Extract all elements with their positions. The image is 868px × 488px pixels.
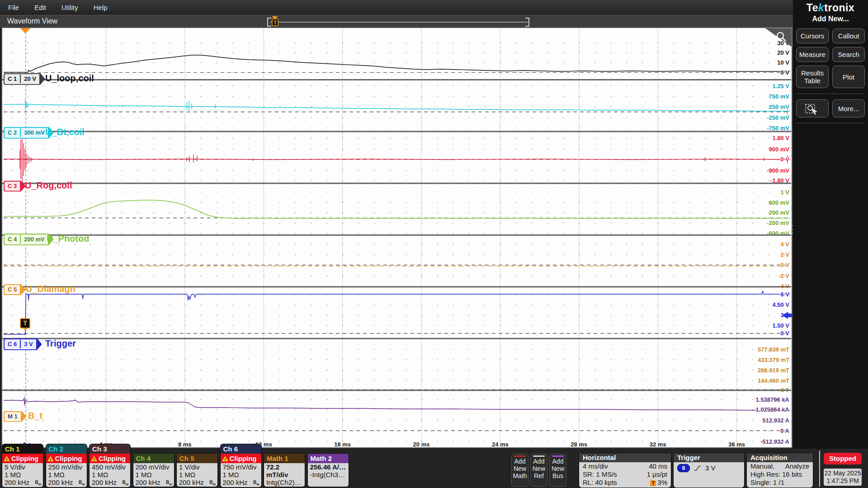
acquisition-analyze: Analyze (785, 462, 809, 470)
add-new-ref-button[interactable]: Add New Ref (530, 454, 547, 487)
scale-label: -750 mV (767, 125, 789, 131)
menu-item-file[interactable]: File (8, 4, 19, 11)
scale-label: 1.538796 kA (756, 396, 790, 403)
add-new-button-grid: CursorsCalloutMeasureSearchResults Table… (793, 28, 868, 88)
trigger-panel-title: Trigger (674, 453, 744, 462)
settings-badge-ch1[interactable]: Ch 1!Clipping5 V/div1 MΩ200 kHzBw (2, 444, 43, 487)
channel-name-u-diamagn[interactable]: U_Diamagn (26, 284, 75, 294)
scale-label: 200 mV (769, 209, 789, 216)
time-axis-label: 36 ms (728, 441, 745, 448)
scale-label: 1 V (780, 189, 789, 196)
bandwidth-limit-label: Bw (123, 479, 128, 487)
scale-label: 144.460 mT (758, 377, 789, 384)
divider (796, 94, 865, 94)
more-button[interactable]: More... (832, 99, 865, 117)
add-new-measure-button[interactable]: Measure (796, 47, 829, 62)
trigger-level: 3 V (705, 464, 716, 472)
add-new-search-button[interactable]: Search (832, 47, 865, 62)
rising-edge-icon (693, 465, 702, 471)
scale-label: 20 V (777, 49, 789, 56)
settings-badge-ch2[interactable]: Ch 2!Clipping250 mV/div1 MΩ200 kHzBw (46, 444, 87, 487)
clipping-label: Clipping (55, 455, 82, 462)
settings-badge-ch4[interactable]: Ch 4200 mV/div1 MΩ200 kHzBw (133, 454, 174, 487)
channel-badge-m1[interactable]: M 1 (4, 411, 27, 422)
channel-badge-c5[interactable]: C 5 (4, 284, 26, 295)
settings-badge-math1[interactable]: Math 172.2 mT/divIntg(Ch2)… (264, 454, 305, 487)
channel-scale-label: 3 V (20, 340, 36, 348)
menu-item-utility[interactable]: Utility (61, 4, 78, 11)
trigger-source-marker[interactable]: T (20, 318, 30, 328)
bandwidth-limit-label: Bw (35, 479, 41, 487)
divider (819, 450, 820, 487)
svg-text:T: T (274, 20, 277, 25)
channel-scale-label: 200 mV (20, 235, 48, 244)
badge-row: 256.46 A/… (308, 463, 349, 471)
zoom-select-button[interactable] (796, 99, 829, 117)
trigger-source-pill: 6 (677, 464, 690, 472)
channel-badge-c6[interactable]: C 63 V (4, 338, 42, 350)
warning-icon: ! (91, 456, 97, 461)
badge-header: Ch 6 (221, 444, 261, 454)
settings-badge-math2[interactable]: Math 2256.46 A/…-Intg(Ch3… (308, 454, 349, 487)
channel-badge-c3[interactable]: C 3 (4, 181, 26, 192)
channel-name-u-photod[interactable]: U_Photod (47, 234, 89, 244)
channel-name-u-rog-coil[interactable]: U_Rog,coil (25, 180, 72, 191)
zoom-select-icon (805, 103, 820, 115)
horizontal-window: 40 ms (649, 462, 667, 470)
channel-id-label: C 6 (5, 340, 20, 348)
add-new-callout-button[interactable]: Callout (832, 28, 865, 43)
badge-header: Math 1 (264, 454, 305, 463)
badge-row: 1 MΩ (2, 471, 43, 479)
time-axis-label: 8 ms (178, 441, 192, 448)
divider (796, 123, 865, 123)
menu-item-edit[interactable]: Edit (34, 4, 46, 11)
clipping-label: Clipping (99, 455, 126, 462)
bandwidth-limit-label: Bw (166, 479, 172, 487)
settings-badge-ch5[interactable]: Ch 51 V/div1 MΩ200 kHzBw (177, 454, 217, 487)
acquisition-panel[interactable]: Acquisition Manual,Analyze High Res: 16 … (747, 453, 813, 488)
settings-badge-ch6[interactable]: Ch 6!Clipping750 mV/div1 MΩ200 kHzBw (221, 444, 261, 487)
svg-text:!: ! (94, 457, 95, 461)
scale-label: 512.932 A (762, 417, 789, 424)
badge-row: 1 MΩ (46, 471, 87, 479)
horizontal-panel[interactable]: Horizontal 4 ms/div40 ms SR: 1 MS/s1 μs/… (579, 453, 671, 488)
svg-text:!: ! (224, 457, 226, 461)
channel-scale-label: 20 V (20, 75, 39, 83)
scale-label: -250 mV (767, 114, 789, 121)
channel-name-b-t[interactable]: B_t (28, 411, 42, 421)
date-text: 22 May 2025 (824, 469, 862, 477)
channel-name-u-bt-coil[interactable]: U_Bt,coil (45, 127, 85, 137)
badge-header: Ch 4 (133, 454, 174, 463)
badge-header: Ch 2 (46, 444, 87, 454)
badge-row: 1 MΩ (133, 471, 174, 479)
add-new-results-table-button[interactable]: Results Table (796, 66, 829, 88)
add-new-plot-button[interactable]: Plot (832, 66, 865, 88)
badge-row: 200 mV/div (133, 463, 174, 471)
channel-id-label: M 1 (5, 412, 21, 421)
badge-header: Math 2 (308, 454, 349, 463)
add-new-cursors-button[interactable]: Cursors (796, 28, 829, 43)
settings-badge-ch3[interactable]: Ch 3!Clipping450 mV/div1 MΩ200 kHzBw (90, 444, 130, 487)
channel-badge-c1[interactable]: C 120 V (4, 73, 45, 85)
channel-name-u-loop-coil[interactable]: U_loop,coil (45, 73, 94, 84)
badge-row: 5 V/div (2, 463, 43, 471)
trigger-panel[interactable]: Trigger 6 3 V (674, 453, 744, 488)
add-new-bus-button[interactable]: Add New Bus (549, 454, 566, 487)
badge-header: Ch 1 (2, 444, 43, 454)
channel-name-trigger[interactable]: Trigger (45, 338, 76, 349)
horizontal-panel-title: Horizontal (579, 453, 671, 462)
run-state-badge[interactable]: Stopped (824, 453, 862, 465)
oscilloscope-app: FileEditUtilityHelp Waveform View T 30 V… (0, 0, 868, 488)
record-length: RL: 40 kpts (583, 479, 617, 487)
scale-label: 0 V (780, 69, 789, 76)
waveform-graticule[interactable]: 30 V20 V10 V0 V1.25 V750 mV250 mV-250 mV… (0, 27, 793, 449)
right-panel: Tektronix Add New... CursorsCalloutMeasu… (793, 0, 868, 449)
add-new-math-button[interactable]: Add New Math (511, 454, 528, 487)
menu-item-help[interactable]: Help (94, 4, 108, 11)
scale-label: 0 V (780, 156, 789, 163)
channel-id-label: C 2 (5, 128, 20, 137)
clipping-warning: !Clipping (46, 454, 87, 463)
scale-label: 288.919 mT (758, 367, 789, 374)
scale-label: 1.50 V (772, 322, 789, 329)
badge-row: 450 mV/div (90, 463, 130, 471)
